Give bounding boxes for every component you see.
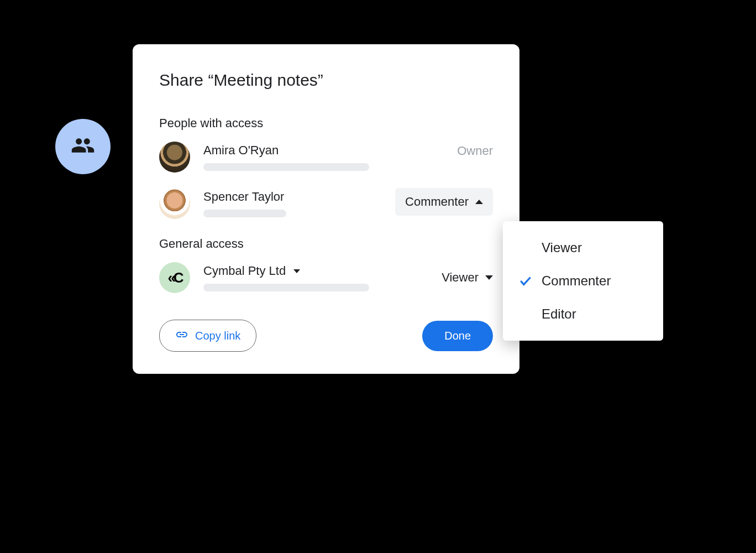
role-menu-item-label: Viewer (542, 240, 582, 255)
caret-up-icon (475, 200, 483, 204)
caret-down-icon (485, 275, 493, 280)
caret-down-icon (293, 269, 300, 273)
org-avatar: «C (159, 262, 190, 293)
share-dialog: Share “Meeting notes” People with access… (133, 44, 519, 374)
email-placeholder (203, 210, 286, 217)
general-section-label: General access (159, 237, 493, 251)
general-access-section: General access «C Cymbal Pty Ltd Viewer (159, 237, 493, 293)
dialog-title: Share “Meeting notes” (159, 71, 493, 90)
org-info: Cymbal Pty Ltd (203, 264, 442, 291)
link-icon (175, 328, 195, 343)
people-icon (71, 133, 95, 160)
avatar (159, 142, 190, 173)
role-menu-item-commenter[interactable]: Commenter (503, 264, 663, 298)
description-placeholder (203, 284, 369, 291)
org-name: Cymbal Pty Ltd (203, 264, 286, 278)
copy-link-button[interactable]: Copy link (159, 320, 256, 352)
role-menu-item-label: Editor (542, 306, 576, 322)
dialog-footer: Copy link Done (159, 320, 493, 352)
general-role-dropdown[interactable]: Viewer (442, 270, 493, 285)
person-row: Spencer Taylor Commenter (159, 188, 493, 219)
copy-link-label: Copy link (195, 330, 240, 342)
role-menu-item-editor[interactable]: Editor (503, 298, 663, 331)
role-menu-item-label: Commenter (542, 273, 611, 289)
person-info: Amira O'Ryan (203, 143, 457, 171)
general-role-label: Viewer (442, 270, 479, 285)
role-dropdown-label: Commenter (405, 195, 469, 209)
role-owner-label: Owner (457, 144, 493, 158)
check-icon (518, 274, 537, 288)
people-badge (55, 119, 111, 174)
person-info: Spencer Taylor (203, 190, 395, 217)
person-name: Amira O'Ryan (203, 143, 457, 158)
done-button[interactable]: Done (422, 321, 493, 351)
org-scope-dropdown[interactable]: Cymbal Pty Ltd (203, 264, 442, 278)
avatar (159, 188, 190, 219)
people-section-label: People with access (159, 116, 493, 131)
general-access-row: «C Cymbal Pty Ltd Viewer (159, 262, 493, 293)
email-placeholder (203, 163, 369, 171)
role-menu-item-viewer[interactable]: Viewer (503, 231, 663, 264)
person-row: Amira O'Ryan Owner (159, 142, 493, 173)
role-dropdown[interactable]: Commenter (395, 188, 493, 216)
person-name: Spencer Taylor (203, 190, 395, 204)
role-menu: Viewer Commenter Editor (503, 221, 663, 341)
